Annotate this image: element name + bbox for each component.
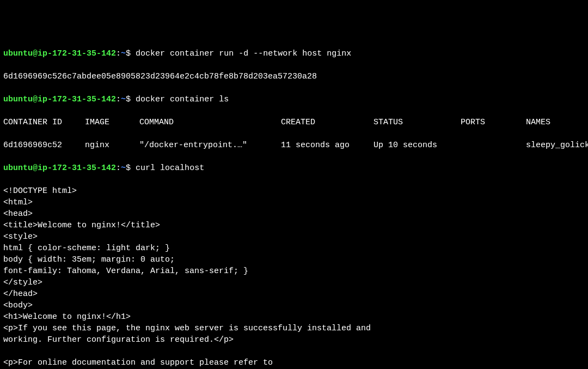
col-image: IMAGE xyxy=(85,117,139,128)
col-command: COMMAND xyxy=(139,117,281,128)
prompt-path: ~ xyxy=(121,49,126,58)
command-2: docker container ls xyxy=(136,95,229,104)
val-container-id: 6d1696969c52 xyxy=(3,140,85,151)
col-container-id: CONTAINER ID xyxy=(3,117,85,128)
prompt-line-1[interactable]: ubuntu@ip-172-31-35-142:~$ docker contai… xyxy=(3,48,585,59)
curl-output-line xyxy=(3,346,585,357)
curl-output-line: </style> xyxy=(3,277,585,288)
curl-output-line: <p>For online documentation and support … xyxy=(3,357,585,368)
val-image: nginx xyxy=(85,140,139,151)
curl-output-line: <body> xyxy=(3,300,585,311)
val-command: "/docker-entrypoint.…" xyxy=(139,140,281,151)
output-container-id: 6d1696969c526c7abdee05e8905823d23964e2c4… xyxy=(3,71,585,82)
curl-output-line: font-family: Tahoma, Verdana, Arial, san… xyxy=(3,265,585,277)
col-status: STATUS xyxy=(373,117,461,128)
curl-output-line: body { width: 35em; margin: 0 auto; xyxy=(3,254,585,265)
curl-output-line: working. Further configuration is requir… xyxy=(3,334,585,346)
col-names: NAMES xyxy=(526,117,550,128)
docker-ls-row: 6d1696969c52nginx"/docker-entrypoint.…"1… xyxy=(3,140,585,151)
curl-output-line: <!DOCTYPE html> xyxy=(3,185,585,197)
docker-ls-header: CONTAINER IDIMAGECOMMANDCREATEDSTATUSPOR… xyxy=(3,117,585,128)
val-status: Up 10 seconds xyxy=(373,140,461,151)
command-3: curl localhost xyxy=(136,164,204,173)
val-names: sleepy_golick xyxy=(526,140,588,151)
curl-output-line: <h1>Welcome to nginx!</h1> xyxy=(3,311,585,323)
command-1: docker container run -d --network host n… xyxy=(136,49,351,58)
col-created: CREATED xyxy=(281,117,373,128)
curl-output-line: <head> xyxy=(3,208,585,220)
val-created: 11 seconds ago xyxy=(281,140,373,151)
prompt-sep: : xyxy=(116,49,121,58)
curl-output-line: <html> xyxy=(3,197,585,208)
curl-output-line: <style> xyxy=(3,231,585,243)
curl-output-line: <p>If you see this page, the nginx web s… xyxy=(3,323,585,334)
curl-output-line: <title>Welcome to nginx!</title> xyxy=(3,220,585,231)
curl-output: <!DOCTYPE html><html><head><title>Welcom… xyxy=(3,185,585,369)
prompt-line-3[interactable]: ubuntu@ip-172-31-35-142:~$ curl localhos… xyxy=(3,162,585,174)
prompt-symbol: $ xyxy=(126,49,131,58)
curl-output-line: </head> xyxy=(3,288,585,300)
prompt-userhost: ubuntu@ip-172-31-35-142 xyxy=(3,49,116,58)
col-ports: PORTS xyxy=(461,117,526,128)
prompt-line-2[interactable]: ubuntu@ip-172-31-35-142:~$ docker contai… xyxy=(3,94,585,105)
curl-output-line: html { color-scheme: light dark; } xyxy=(3,243,585,254)
